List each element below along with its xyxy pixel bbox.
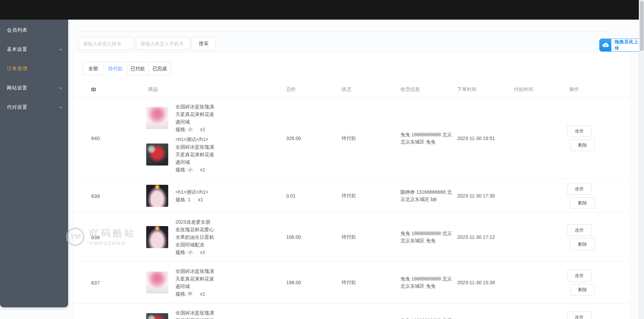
sidebar-item-label: 代付设置 xyxy=(7,104,59,110)
product-title: 2023送老婆女朋 友玫瑰花鲜花爱心 水果奶油生日蛋糕 全国同城配送 xyxy=(175,218,214,248)
orders-panel: 全部 待付款 已付款 已完成 ID 商品 总价 状态 收货信息 下单时间 付款时… xyxy=(73,53,630,319)
edit-price-button[interactable]: 改价 xyxy=(567,125,592,137)
product-image xyxy=(146,313,168,319)
spec-label: 规格: 小 xyxy=(175,127,193,132)
actions-cell: 改价 删除 xyxy=(567,125,630,151)
order-total: 108.00 xyxy=(286,234,342,240)
sidebar-item-label: 订单管理 xyxy=(7,66,63,72)
order-status: 待付款 xyxy=(342,135,400,141)
order-total: 198.00 xyxy=(286,280,342,285)
edit-price-button[interactable]: 改价 xyxy=(567,224,592,236)
actions-cell: 改价 删除 xyxy=(567,183,630,209)
scrollbar[interactable] xyxy=(639,0,644,319)
edit-price-button[interactable]: 改价 xyxy=(567,270,592,281)
column-header-status: 状态 xyxy=(342,86,400,93)
products-cell: <h1>测试</h1> 规格: 1x1 xyxy=(146,179,286,212)
product-spec: 规格: 中x1 xyxy=(175,290,214,298)
spec-label: 规格: 小 xyxy=(175,167,193,172)
quantity-label: x1 xyxy=(200,167,205,172)
products-cell: 2023送老婆女朋 友玫瑰花鲜花爱心 水果奶油生日蛋糕 全国同城配送 规格: 小… xyxy=(146,213,286,262)
quantity-label: x1 xyxy=(200,249,205,255)
order-total: 326.00 xyxy=(286,136,342,141)
column-header-order-time: 下单时间 xyxy=(457,86,514,93)
shipping-info-cell: 眼睁睁 13166666666 北京北京东城区 bjk xyxy=(400,189,457,203)
sidebar-item[interactable]: 网站设置 ∨ xyxy=(0,78,68,98)
shipping-info: 兔兔 18888888888 北京北京东城区 兔兔 xyxy=(400,317,452,319)
receiver-name-input[interactable] xyxy=(78,37,134,50)
shipping-info-cell: 兔兔 18888888888 北京北京东城区 兔兔 xyxy=(400,131,457,146)
product-title: <h1>测试</h1> 全国碎冰蓝玫瑰满 天星真花束鲜花速 递同城 xyxy=(175,136,214,166)
column-header-actions: 操作 xyxy=(567,86,630,93)
product-entry: 2023送老婆女朋 友玫瑰花鲜花爱心 水果奶油生日蛋糕 全国同城配送 规格: 小… xyxy=(146,218,286,256)
delete-button[interactable]: 删除 xyxy=(570,238,595,250)
table-header-row: ID 商品 总价 状态 收货信息 下单时间 付款时间 操作 xyxy=(73,82,630,97)
shipping-info: 兔兔 18888888888 北京北京东城区 兔兔 xyxy=(400,131,452,146)
sidebar-item-label: 网站设置 xyxy=(7,85,59,91)
product-title: <h1>测试</h1> xyxy=(175,188,208,196)
column-header-address: 收货信息 xyxy=(400,86,457,93)
table-row: 全国碎冰蓝玫瑰满 天星真花束鲜花速 递同城 规格: 小x1 兔兔 1888888… xyxy=(73,304,630,319)
shipping-info: 兔兔 18888888888 北京北京东城区 兔兔 xyxy=(400,275,452,290)
tab-label: 已付款 xyxy=(131,66,145,72)
search-button[interactable]: 搜索 xyxy=(192,37,216,50)
product-text: 全国碎冰蓝玫瑰满 天星真花束鲜花速 递同城 规格: 中x1 xyxy=(175,267,214,298)
product-text: 2023送老婆女朋 友玫瑰花鲜花爱心 水果奶油生日蛋糕 全国同城配送 规格: 小… xyxy=(175,218,214,256)
sidebar-item[interactable]: 基本设置 ∨ xyxy=(0,40,68,59)
status-tab[interactable]: 待付款 xyxy=(104,62,127,75)
quantity-label: x1 xyxy=(200,291,205,297)
order-id: 640 xyxy=(73,135,146,141)
delete-button[interactable]: 删除 xyxy=(570,139,595,151)
quantity-label: x1 xyxy=(198,197,203,202)
spec-label: 规格: 1 xyxy=(175,197,191,202)
order-time: 2023-11-30 17:12 xyxy=(457,234,514,240)
product-image xyxy=(146,185,168,207)
delete-button[interactable]: 删除 xyxy=(570,284,595,296)
product-entry: 全国碎冰蓝玫瑰满 天星真花束鲜花速 递同城 规格: 小x1 xyxy=(146,309,286,319)
scrollbar-thumb[interactable] xyxy=(640,1,644,51)
column-header-goods: 商品 xyxy=(146,86,286,93)
chevron-down-icon: ∨ xyxy=(58,86,63,90)
status-tab[interactable]: 已付款 xyxy=(127,62,149,75)
table-row: 637 全国碎冰蓝玫瑰满 天星真花束鲜花速 递同城 规格: 中x1 xyxy=(73,262,630,304)
tab-label: 全部 xyxy=(88,66,98,72)
app-screen: 会员列表 基本设置 ∨ 订单管理 网站设置 ∨ 代付设置 ∨ 搜索 xyxy=(0,0,644,319)
shipping-info-cell: 兔兔 18888888888 北京北京东城区 兔兔 xyxy=(400,275,457,290)
products-cell: 全国碎冰蓝玫瑰满 天星真花束鲜花速 递同城 规格: 中x1 xyxy=(146,262,286,303)
order-status: 待付款 xyxy=(342,193,400,199)
status-tab[interactable]: 已完成 xyxy=(149,62,171,75)
table-row: 638 2023送老婆女朋 友玫瑰花鲜花爱心 水果奶油生日蛋糕 全国同城配送 规… xyxy=(73,213,630,262)
product-entry: <h1>测试</h1> 全国碎冰蓝玫瑰满 天星真花束鲜花速 递同城 规格: 小x… xyxy=(146,136,286,173)
product-title: 全国碎冰蓝玫瑰满 天星真花束鲜花速 递同城 xyxy=(175,267,214,290)
sidebar-item[interactable]: 会员列表 xyxy=(0,21,68,40)
table-row: 640 全国碎冰蓝玫瑰满 天星真花束鲜花速 递同城 规格: 小x1 xyxy=(73,97,630,179)
products-cell: 全国碎冰蓝玫瑰满 天星真花束鲜花速 递同城 规格: 小x1 xyxy=(146,304,286,319)
tab-label: 待付款 xyxy=(108,66,123,72)
product-entry: 全国碎冰蓝玫瑰满 天星真花束鲜花速 递同城 规格: 中x1 xyxy=(146,267,286,298)
product-spec: 规格: 1x1 xyxy=(175,196,208,203)
sidebar: 会员列表 基本设置 ∨ 订单管理 网站设置 ∨ 代付设置 ∨ xyxy=(0,20,68,307)
spec-label: 规格: 中 xyxy=(175,291,193,297)
chevron-down-icon: ∨ xyxy=(58,47,63,51)
status-tab[interactable]: 全部 xyxy=(83,62,104,75)
delete-button[interactable]: 删除 xyxy=(570,197,595,209)
products-cell: 全国碎冰蓝玫瑰满 天星真花束鲜花速 递同城 规格: 小x1 <h1>测试</h1… xyxy=(146,97,286,179)
edit-price-button[interactable]: 改价 xyxy=(567,311,592,319)
column-header-total: 总价 xyxy=(286,86,342,93)
product-text: <h1>测试</h1> 规格: 1x1 xyxy=(175,188,208,203)
order-time: 2023-11-30 17:30 xyxy=(457,193,514,199)
product-image xyxy=(146,272,168,294)
shipping-info-cell: 兔兔 18888888888 北京北京东城区 兔兔 xyxy=(400,317,457,319)
sidebar-item[interactable]: 代付设置 ∨ xyxy=(0,98,68,117)
shipping-info-cell: 兔兔 18888888888 北京北京东城区 兔兔 xyxy=(400,230,457,244)
receiver-phone-input[interactable] xyxy=(136,37,190,50)
column-header-id: ID xyxy=(73,87,146,92)
sidebar-item[interactable]: 订单管理 xyxy=(0,59,68,78)
order-status: 待付款 xyxy=(342,234,400,240)
edit-price-button[interactable]: 改价 xyxy=(567,183,592,195)
product-spec: 规格: 小x1 xyxy=(175,166,214,173)
shipping-info: 兔兔 18888888888 北京北京东城区 兔兔 xyxy=(400,230,452,244)
upload-dropzone[interactable]: 拖拽至此上传 xyxy=(599,39,644,52)
order-time: 2023-11-30 19:51 xyxy=(457,136,514,141)
product-entry: <h1>测试</h1> 规格: 1x1 xyxy=(146,185,286,207)
order-id: 637 xyxy=(73,280,146,286)
